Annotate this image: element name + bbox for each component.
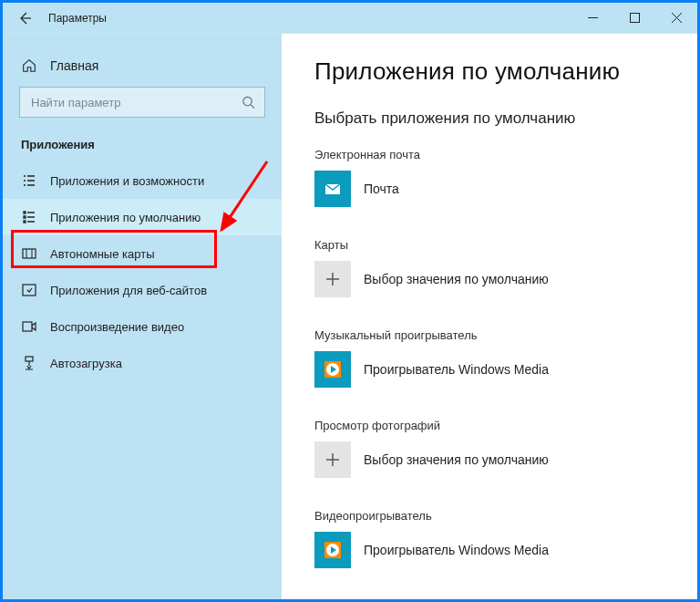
group-label: Просмотр фотографий — [314, 419, 672, 432]
maximize-button[interactable] — [613, 3, 655, 33]
app-label: Почта — [364, 182, 399, 196]
plus-icon — [314, 441, 351, 478]
page-title: Приложения по умолчанию — [314, 57, 672, 86]
back-button[interactable] — [15, 9, 34, 27]
group-label: Карты — [314, 238, 672, 252]
sidebar-item-2[interactable]: Автономные карты — [3, 235, 282, 272]
search-input[interactable] — [29, 95, 242, 110]
sidebar-item-5[interactable]: Автозагрузка — [3, 345, 282, 381]
search-icon — [242, 95, 255, 109]
plus-icon — [314, 261, 351, 297]
mail-icon — [314, 171, 351, 207]
home-label: Главная — [50, 58, 98, 73]
default-app-group-4: ВидеопроигрывательПроигрыватель Windows … — [314, 509, 672, 568]
group-label: Музыкальный проигрыватель — [314, 328, 672, 342]
default-app-group-0: Электронная почтаПочта — [314, 148, 672, 207]
home-icon — [21, 57, 37, 74]
default-app-group-1: КартыВыбор значения по умолчанию — [314, 238, 672, 297]
defaults-icon — [21, 209, 37, 225]
search-box[interactable] — [19, 87, 265, 118]
app-picker[interactable]: Проигрыватель Windows Media — [314, 351, 672, 388]
section-label: Приложения — [3, 134, 282, 162]
close-icon — [672, 13, 682, 23]
svg-rect-4 — [23, 322, 32, 331]
sidebar-item-label: Автономные карты — [50, 247, 155, 261]
svg-point-1 — [243, 97, 252, 105]
map-icon — [21, 245, 37, 262]
minimize-button[interactable] — [571, 3, 613, 33]
default-app-group-2: Музыкальный проигрывательПроигрыватель W… — [314, 328, 672, 388]
group-label: Видеопроигрыватель — [314, 509, 672, 523]
close-button[interactable] — [655, 3, 697, 33]
app-picker[interactable]: Почта — [314, 171, 672, 207]
list-icon — [21, 172, 37, 189]
sidebar-item-label: Приложения по умолчанию — [50, 211, 201, 224]
minimize-icon — [588, 13, 598, 23]
sidebar: Главная Приложения Приложения и возможно… — [3, 34, 282, 599]
arrow-left-icon — [17, 11, 32, 26]
svg-rect-3 — [23, 285, 36, 296]
svg-rect-0 — [630, 14, 639, 23]
titlebar: Параметры — [3, 3, 697, 34]
default-app-group-3: Просмотр фотографийВыбор значения по умо… — [314, 419, 672, 478]
main-content: Приложения по умолчанию Выбрать приложен… — [282, 34, 697, 599]
wmp-icon — [314, 532, 351, 568]
app-label: Проигрыватель Windows Media — [364, 543, 549, 557]
sidebar-item-label: Воспроизведение видео — [50, 320, 184, 334]
app-label: Проигрыватель Windows Media — [364, 362, 549, 377]
app-label: Выбор значения по умолчанию — [364, 272, 549, 286]
startup-icon — [21, 355, 37, 371]
sidebar-item-label: Автозагрузка — [50, 357, 122, 370]
sidebar-item-label: Приложения для веб-сайтов — [50, 284, 207, 297]
svg-rect-2 — [23, 249, 36, 258]
home-button[interactable]: Главная — [3, 52, 282, 87]
website-icon — [21, 282, 37, 298]
sidebar-item-4[interactable]: Воспроизведение видео — [3, 308, 282, 345]
page-subtitle: Выбрать приложения по умолчанию — [314, 109, 672, 128]
app-label: Выбор значения по умолчанию — [364, 452, 549, 467]
video-icon — [21, 318, 37, 335]
svg-rect-5 — [26, 357, 33, 361]
maximize-icon — [630, 13, 640, 23]
group-label: Электронная почта — [314, 148, 672, 161]
app-picker[interactable]: Выбор значения по умолчанию — [314, 261, 672, 297]
wmp-icon — [314, 351, 351, 388]
settings-window: Параметры Главная — [0, 0, 700, 602]
window-title: Параметры — [48, 12, 107, 25]
app-picker[interactable]: Проигрыватель Windows Media — [314, 532, 672, 568]
sidebar-item-1[interactable]: Приложения по умолчанию — [3, 199, 282, 235]
sidebar-item-3[interactable]: Приложения для веб-сайтов — [3, 272, 282, 308]
sidebar-item-0[interactable]: Приложения и возможности — [3, 162, 282, 199]
app-picker[interactable]: Выбор значения по умолчанию — [314, 441, 672, 478]
sidebar-item-label: Приложения и возможности — [50, 174, 204, 188]
